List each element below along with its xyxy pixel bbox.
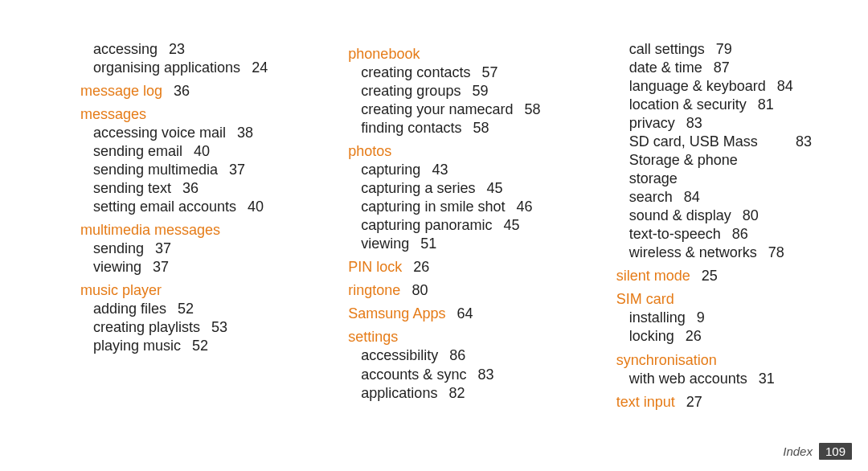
index-page-ref: 81 <box>758 96 774 114</box>
index-page-ref: 79 <box>716 40 732 59</box>
index-heading-label: message log <box>80 82 162 100</box>
index-page-ref: 25 <box>702 267 718 285</box>
index-subentry-label: sending email <box>93 142 182 161</box>
index-subentry-label: playing music <box>93 337 181 355</box>
index-subentry: SD card, USB Mass Storage & phone storag… <box>629 133 812 188</box>
index-subentry: capturing a series45 <box>361 179 543 198</box>
index-subentry: text-to-speech86 <box>629 225 812 244</box>
index-heading: Samsung Apps64 <box>348 305 543 323</box>
footer-label: Index <box>783 444 813 458</box>
index-subentry: capturing43 <box>361 161 543 179</box>
index-heading-label: text input <box>616 393 675 412</box>
index-page-ref: 52 <box>178 300 194 318</box>
index-heading-label: silent mode <box>616 267 690 285</box>
index-subentry-label: call settings <box>629 40 705 59</box>
index-heading-label: ringtone <box>348 281 400 300</box>
index-page-ref: 52 <box>192 337 208 355</box>
index-subentry-label: sending text <box>93 179 171 198</box>
index-subentry-label: accessibility <box>361 346 438 365</box>
index-subentry: creating playlists53 <box>93 318 276 337</box>
index-heading: PIN lock26 <box>348 258 543 276</box>
index-heading: message log36 <box>80 82 276 100</box>
index-heading-label: Samsung Apps <box>348 305 445 323</box>
index-subentry: accessing voice mail38 <box>93 124 276 142</box>
index-page-ref: 80 <box>743 207 759 225</box>
index-subentry: call settings79 <box>629 40 812 59</box>
index-page-ref: 84 <box>684 188 700 207</box>
index-page-ref: 82 <box>448 384 465 403</box>
index-page-ref: 83 <box>796 133 812 188</box>
index-subentry-label: search <box>629 188 673 207</box>
index-page-ref: 37 <box>155 240 171 258</box>
index-page-ref: 51 <box>420 235 436 253</box>
index-subentry: creating contacts57 <box>361 63 543 82</box>
index-subentry: playing music52 <box>93 337 276 355</box>
index-page-ref: 86 <box>732 225 748 244</box>
index-heading: SIM card <box>616 290 812 309</box>
index-page-ref: 38 <box>237 124 253 142</box>
index-subentry-label: accessing <box>93 40 158 59</box>
index-subentry: search84 <box>629 188 812 207</box>
page-footer: Index 109 <box>783 443 852 460</box>
index-subentry: language & keyboard84 <box>629 77 812 96</box>
index-heading: multimedia messages <box>80 221 276 240</box>
index-page-ref: 36 <box>182 179 199 198</box>
index-page-ref: 84 <box>777 77 793 96</box>
index-subentry: adding files52 <box>93 300 276 318</box>
index-heading: music player <box>80 281 276 300</box>
index-heading: messages <box>80 105 276 124</box>
index-page-ref: 83 <box>686 114 702 133</box>
index-page-ref: 36 <box>174 82 190 100</box>
index-page-ref: 46 <box>516 198 532 216</box>
index-heading-label: messages <box>80 105 146 124</box>
index-heading-label: multimedia messages <box>80 221 220 240</box>
index-page-ref: 58 <box>473 119 489 137</box>
index-subentry: location & security81 <box>629 96 812 114</box>
index-subentry-label: text-to-speech <box>629 225 721 244</box>
index-subentry: creating your namecard58 <box>361 100 543 119</box>
index-subentry-label: creating groups <box>361 82 461 100</box>
index-subentry: with web accounts31 <box>629 370 812 388</box>
index-page-ref: 45 <box>486 179 502 198</box>
index-columns: accessing23organising applications24mess… <box>80 40 812 412</box>
index-subentry: sending multimedia37 <box>93 161 276 179</box>
index-subentry: date & time87 <box>629 59 812 77</box>
index-subentry-label: privacy <box>629 114 675 133</box>
index-column: accessing23organising applications24mess… <box>80 40 276 412</box>
index-page-ref: 40 <box>248 198 264 216</box>
index-column: call settings79date & time87language & k… <box>616 40 812 412</box>
index-subentry-label: adding files <box>93 300 166 318</box>
index-heading-label: SIM card <box>616 290 674 309</box>
index-subentry: installing9 <box>629 309 812 327</box>
index-heading: photos <box>348 142 543 161</box>
index-subentry: sending text36 <box>93 179 276 198</box>
index-subentry-label: creating your namecard <box>361 100 513 119</box>
index-subentry: wireless & networks78 <box>629 244 812 262</box>
index-subentry: viewing51 <box>361 235 543 253</box>
index-page-ref: 40 <box>194 142 210 161</box>
index-subentry: locking26 <box>629 327 812 346</box>
index-heading-label: PIN lock <box>348 258 402 276</box>
index-heading: phonebook <box>348 45 543 63</box>
index-subentry-label: locking <box>629 327 674 346</box>
index-subentry: privacy83 <box>629 114 812 133</box>
index-page-ref: 31 <box>759 370 775 388</box>
index-page-ref: 53 <box>211 318 227 337</box>
index-page-ref: 78 <box>768 244 784 262</box>
index-page-ref: 9 <box>697 309 705 327</box>
footer-page-number: 109 <box>819 443 852 460</box>
index-heading: ringtone80 <box>348 281 543 300</box>
index-page-ref: 26 <box>686 327 702 346</box>
index-page-ref: 87 <box>714 59 730 77</box>
index-subentry: accounts & sync83 <box>361 366 543 384</box>
index-page-ref: 24 <box>252 59 268 77</box>
index-page-ref: 27 <box>686 393 702 412</box>
index-subentry: sound & display80 <box>629 207 812 225</box>
index-subentry: capturing panoramic45 <box>361 216 543 235</box>
index-subentry-label: capturing panoramic <box>361 216 492 235</box>
index-page-ref: 26 <box>413 258 429 276</box>
index-subentry-label: accessing voice mail <box>93 124 226 142</box>
index-heading-label: photos <box>348 142 391 161</box>
index-page-ref: 64 <box>457 305 473 323</box>
index-subentry-label: sound & display <box>629 207 731 225</box>
